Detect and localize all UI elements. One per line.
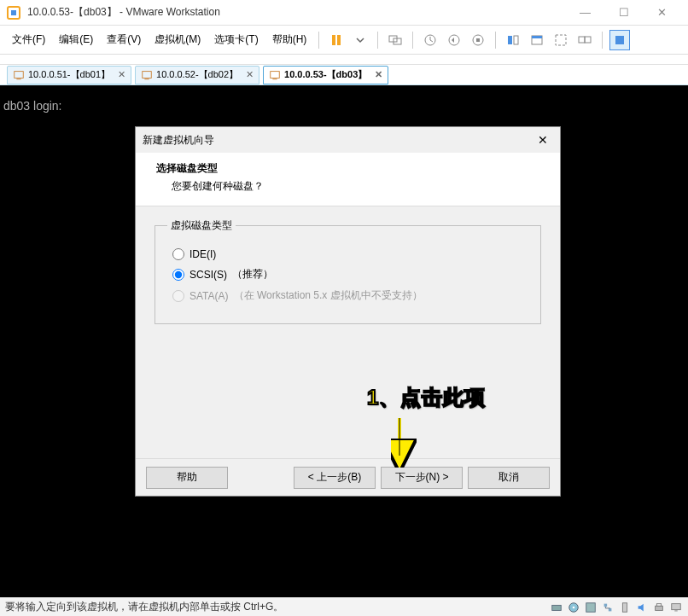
separator xyxy=(377,32,378,49)
annotation-arrow-icon xyxy=(391,416,425,468)
tab-label: 10.0.0.52-【db02】 xyxy=(156,68,238,81)
close-button[interactable]: ✕ xyxy=(643,1,681,25)
radio-sata-input xyxy=(172,290,184,302)
tab-close-icon[interactable]: ✕ xyxy=(372,69,384,81)
titlebar: 10.0.0.53-【db03】 - VMware Workstation — … xyxy=(0,0,688,26)
disk-type-group: 虚拟磁盘类型 IDE(I) SCSI(S) （推荐） SATA(A) （在 Wo… xyxy=(155,218,541,324)
menu-view[interactable]: 查看(V) xyxy=(100,29,148,50)
console-view-icon[interactable] xyxy=(503,30,523,50)
dropdown-icon[interactable] xyxy=(350,30,370,50)
cd-icon[interactable] xyxy=(567,601,580,614)
radio-ide-input[interactable] xyxy=(172,248,184,260)
svg-rect-7 xyxy=(476,38,480,42)
svg-rect-14 xyxy=(585,37,591,43)
separator xyxy=(318,32,319,49)
svg-rect-19 xyxy=(144,78,149,79)
pause-icon[interactable] xyxy=(326,30,347,50)
menu-vm[interactable]: 虚拟机(M) xyxy=(148,29,207,50)
printer-icon[interactable] xyxy=(652,601,666,614)
tab-close-icon[interactable]: ✕ xyxy=(115,69,127,81)
new-vm-wizard-dialog: 新建虚拟机向导 ✕ 选择磁盘类型 您要创建何种磁盘？ 虚拟磁盘类型 IDE(I)… xyxy=(135,126,561,497)
status-text: 要将输入定向到该虚拟机，请在虚拟机内部单击或按 Ctrl+G。 xyxy=(5,600,283,614)
fullscreen-icon[interactable] xyxy=(551,30,571,50)
svg-rect-31 xyxy=(656,606,663,610)
menu-help[interactable]: 帮助(H) xyxy=(265,29,314,50)
radio-scsi-label: SCSI(S) xyxy=(189,269,227,281)
vmware-app-icon xyxy=(7,6,20,20)
tab-db01[interactable]: 10.0.0.51-【db01】 ✕ xyxy=(7,66,131,84)
menubar: 文件(F) 编辑(E) 查看(V) 虚拟机(M) 选项卡(T) 帮助(H) xyxy=(0,26,688,55)
thumbnail-icon[interactable] xyxy=(609,30,630,50)
login-prompt: db03 login: xyxy=(3,99,685,113)
svg-rect-28 xyxy=(604,603,608,607)
floppy-icon[interactable] xyxy=(584,601,598,614)
dialog-footer: 帮助 < 上一步(B) 下一步(N) > 取消 xyxy=(136,458,560,496)
svg-rect-30 xyxy=(622,602,627,612)
svg-rect-11 xyxy=(532,36,542,38)
multi-monitor-icon[interactable] xyxy=(574,30,595,50)
sound-icon[interactable] xyxy=(635,601,649,614)
svg-rect-20 xyxy=(271,71,280,78)
radio-sata-note: （在 Workstation 5.x 虚拟机中不受支持） xyxy=(234,288,423,303)
menu-file[interactable]: 文件(F) xyxy=(5,29,52,50)
radio-sata: SATA(A) （在 Workstation 5.x 虚拟机中不受支持） xyxy=(172,288,523,303)
network-icon[interactable] xyxy=(601,601,615,614)
usb-icon[interactable] xyxy=(618,601,632,614)
svg-rect-15 xyxy=(615,36,624,44)
dialog-title: 新建虚拟机向导 xyxy=(143,133,214,148)
svg-rect-8 xyxy=(508,36,512,44)
menu-edit[interactable]: 编辑(E) xyxy=(52,29,100,50)
radio-sata-label: SATA(A) xyxy=(189,290,229,302)
statusbar: 要将输入定向到该虚拟机，请在虚拟机内部单击或按 Ctrl+G。 xyxy=(0,597,688,616)
radio-scsi-input[interactable] xyxy=(172,269,184,281)
snapshot-manager-icon[interactable] xyxy=(468,30,488,50)
svg-rect-34 xyxy=(674,610,678,611)
tab-db02[interactable]: 10.0.0.52-【db02】 ✕ xyxy=(135,66,259,84)
radio-scsi[interactable]: SCSI(S) （推荐） xyxy=(172,267,523,282)
vm-icon xyxy=(141,69,153,81)
svg-rect-24 xyxy=(552,605,562,610)
snapshot-icon[interactable] xyxy=(420,30,440,50)
tab-label: 10.0.0.51-【db01】 xyxy=(28,68,110,81)
svg-rect-29 xyxy=(609,607,612,611)
hdd-icon[interactable] xyxy=(550,601,563,614)
dialog-close-icon[interactable]: ✕ xyxy=(533,131,553,149)
svg-rect-17 xyxy=(16,78,20,79)
separator xyxy=(412,32,413,49)
svg-rect-0 xyxy=(332,35,335,45)
radio-ide-label: IDE(I) xyxy=(189,248,216,260)
maximize-button[interactable]: ☐ xyxy=(604,1,643,25)
send-keys-icon[interactable] xyxy=(385,30,405,50)
svg-rect-33 xyxy=(672,603,681,609)
minimize-button[interactable]: — xyxy=(566,1,604,25)
dialog-body: 虚拟磁盘类型 IDE(I) SCSI(S) （推荐） SATA(A) （在 Wo… xyxy=(136,206,560,336)
window-title: 10.0.0.53-【db03】 - VMware Workstation xyxy=(27,5,220,20)
separator xyxy=(602,32,603,49)
display-icon[interactable] xyxy=(669,601,683,614)
radio-scsi-note: （推荐） xyxy=(232,267,273,282)
tab-close-icon[interactable]: ✕ xyxy=(243,69,255,81)
tabstrip: 10.0.0.51-【db01】 ✕ 10.0.0.52-【db02】 ✕ 10… xyxy=(0,65,688,85)
unity-view-icon[interactable] xyxy=(527,30,547,50)
vm-icon xyxy=(269,69,281,81)
svg-rect-9 xyxy=(514,36,518,44)
tab-label: 10.0.0.53-【db03】 xyxy=(284,68,367,81)
cancel-button[interactable]: 取消 xyxy=(468,467,550,489)
svg-rect-12 xyxy=(556,35,566,45)
dialog-subheading: 您要创建何种磁盘？ xyxy=(172,179,539,194)
tab-db03[interactable]: 10.0.0.53-【db03】 ✕ xyxy=(263,66,388,84)
group-legend: 虚拟磁盘类型 xyxy=(167,218,236,233)
status-icons xyxy=(550,601,683,614)
next-button[interactable]: 下一步(N) > xyxy=(381,467,463,489)
vm-icon xyxy=(13,69,25,81)
snapshot-revert-icon[interactable] xyxy=(444,30,464,50)
dialog-titlebar: 新建虚拟机向导 ✕ xyxy=(136,127,560,153)
svg-point-26 xyxy=(573,606,575,608)
svg-rect-21 xyxy=(272,78,277,79)
svg-rect-27 xyxy=(586,602,596,612)
back-button[interactable]: < 上一步(B) xyxy=(294,467,376,489)
menu-tabs[interactable]: 选项卡(T) xyxy=(207,29,265,50)
radio-ide[interactable]: IDE(I) xyxy=(172,248,523,260)
dialog-header: 选择磁盘类型 您要创建何种磁盘？ xyxy=(136,153,560,206)
help-button[interactable]: 帮助 xyxy=(146,467,228,489)
